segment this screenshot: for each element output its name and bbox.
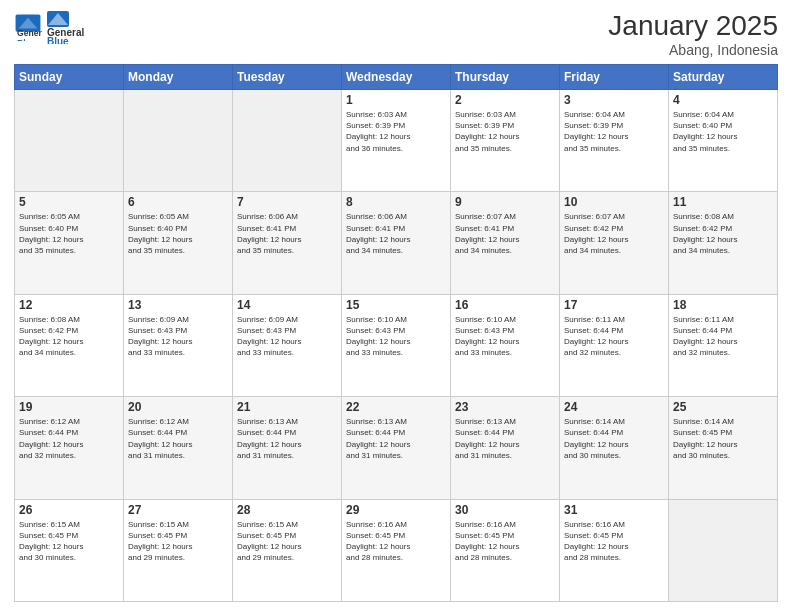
weekday-header-monday: Monday [124,65,233,90]
day-cell: 7Sunrise: 6:06 AM Sunset: 6:41 PM Daylig… [233,192,342,294]
weekday-header-saturday: Saturday [669,65,778,90]
day-cell: 3Sunrise: 6:04 AM Sunset: 6:39 PM Daylig… [560,90,669,192]
day-number: 20 [128,400,228,414]
svg-text:General: General [17,28,42,38]
svg-text:Blue: Blue [17,38,36,41]
day-cell: 8Sunrise: 6:06 AM Sunset: 6:41 PM Daylig… [342,192,451,294]
day-info: Sunrise: 6:13 AM Sunset: 6:44 PM Dayligh… [346,416,446,461]
day-info: Sunrise: 6:15 AM Sunset: 6:45 PM Dayligh… [128,519,228,564]
day-info: Sunrise: 6:06 AM Sunset: 6:41 PM Dayligh… [237,211,337,256]
day-cell: 19Sunrise: 6:12 AM Sunset: 6:44 PM Dayli… [15,397,124,499]
day-cell: 6Sunrise: 6:05 AM Sunset: 6:40 PM Daylig… [124,192,233,294]
day-cell: 15Sunrise: 6:10 AM Sunset: 6:43 PM Dayli… [342,294,451,396]
day-cell: 14Sunrise: 6:09 AM Sunset: 6:43 PM Dayli… [233,294,342,396]
day-number: 26 [19,503,119,517]
month-title: January 2025 [608,10,778,42]
day-number: 14 [237,298,337,312]
day-cell: 21Sunrise: 6:13 AM Sunset: 6:44 PM Dayli… [233,397,342,499]
day-number: 12 [19,298,119,312]
day-number: 28 [237,503,337,517]
day-cell: 12Sunrise: 6:08 AM Sunset: 6:42 PM Dayli… [15,294,124,396]
day-info: Sunrise: 6:12 AM Sunset: 6:44 PM Dayligh… [128,416,228,461]
weekday-header-thursday: Thursday [451,65,560,90]
day-cell: 13Sunrise: 6:09 AM Sunset: 6:43 PM Dayli… [124,294,233,396]
day-number: 16 [455,298,555,312]
day-cell: 20Sunrise: 6:12 AM Sunset: 6:44 PM Dayli… [124,397,233,499]
day-info: Sunrise: 6:10 AM Sunset: 6:43 PM Dayligh… [346,314,446,359]
day-number: 19 [19,400,119,414]
day-number: 8 [346,195,446,209]
day-info: Sunrise: 6:04 AM Sunset: 6:39 PM Dayligh… [564,109,664,154]
day-info: Sunrise: 6:03 AM Sunset: 6:39 PM Dayligh… [455,109,555,154]
svg-text:Blue: Blue [47,36,69,44]
day-number: 15 [346,298,446,312]
day-number: 29 [346,503,446,517]
week-row-1: 1Sunrise: 6:03 AM Sunset: 6:39 PM Daylig… [15,90,778,192]
day-info: Sunrise: 6:16 AM Sunset: 6:45 PM Dayligh… [564,519,664,564]
logo-icon: General Blue [14,13,42,41]
day-cell: 28Sunrise: 6:15 AM Sunset: 6:45 PM Dayli… [233,499,342,601]
day-info: Sunrise: 6:11 AM Sunset: 6:44 PM Dayligh… [673,314,773,359]
day-info: Sunrise: 6:09 AM Sunset: 6:43 PM Dayligh… [128,314,228,359]
week-row-5: 26Sunrise: 6:15 AM Sunset: 6:45 PM Dayli… [15,499,778,601]
day-cell: 29Sunrise: 6:16 AM Sunset: 6:45 PM Dayli… [342,499,451,601]
day-cell: 4Sunrise: 6:04 AM Sunset: 6:40 PM Daylig… [669,90,778,192]
day-cell: 31Sunrise: 6:16 AM Sunset: 6:45 PM Dayli… [560,499,669,601]
day-info: Sunrise: 6:07 AM Sunset: 6:41 PM Dayligh… [455,211,555,256]
day-info: Sunrise: 6:03 AM Sunset: 6:39 PM Dayligh… [346,109,446,154]
day-cell: 17Sunrise: 6:11 AM Sunset: 6:44 PM Dayli… [560,294,669,396]
day-info: Sunrise: 6:15 AM Sunset: 6:45 PM Dayligh… [237,519,337,564]
week-row-2: 5Sunrise: 6:05 AM Sunset: 6:40 PM Daylig… [15,192,778,294]
day-number: 24 [564,400,664,414]
day-cell [233,90,342,192]
day-number: 21 [237,400,337,414]
day-number: 11 [673,195,773,209]
day-number: 10 [564,195,664,209]
day-cell: 30Sunrise: 6:16 AM Sunset: 6:45 PM Dayli… [451,499,560,601]
weekday-header-row: SundayMondayTuesdayWednesdayThursdayFrid… [15,65,778,90]
day-info: Sunrise: 6:12 AM Sunset: 6:44 PM Dayligh… [19,416,119,461]
day-info: Sunrise: 6:14 AM Sunset: 6:44 PM Dayligh… [564,416,664,461]
day-number: 7 [237,195,337,209]
logo: General Blue General Blue [14,10,86,44]
calendar-page: General Blue General Blue January 2025 A… [0,0,792,612]
day-cell: 27Sunrise: 6:15 AM Sunset: 6:45 PM Dayli… [124,499,233,601]
day-number: 3 [564,93,664,107]
day-number: 4 [673,93,773,107]
day-number: 22 [346,400,446,414]
header: General Blue General Blue January 2025 A… [14,10,778,58]
day-cell [669,499,778,601]
day-cell: 10Sunrise: 6:07 AM Sunset: 6:42 PM Dayli… [560,192,669,294]
day-number: 31 [564,503,664,517]
day-cell: 18Sunrise: 6:11 AM Sunset: 6:44 PM Dayli… [669,294,778,396]
day-cell: 26Sunrise: 6:15 AM Sunset: 6:45 PM Dayli… [15,499,124,601]
weekday-header-tuesday: Tuesday [233,65,342,90]
day-number: 13 [128,298,228,312]
day-cell: 11Sunrise: 6:08 AM Sunset: 6:42 PM Dayli… [669,192,778,294]
day-number: 9 [455,195,555,209]
day-cell: 5Sunrise: 6:05 AM Sunset: 6:40 PM Daylig… [15,192,124,294]
day-number: 27 [128,503,228,517]
generalblue-logo-svg: General Blue [46,10,86,44]
calendar-table: SundayMondayTuesdayWednesdayThursdayFrid… [14,64,778,602]
day-cell [124,90,233,192]
day-cell: 16Sunrise: 6:10 AM Sunset: 6:43 PM Dayli… [451,294,560,396]
location: Abang, Indonesia [608,42,778,58]
day-info: Sunrise: 6:05 AM Sunset: 6:40 PM Dayligh… [19,211,119,256]
day-cell [15,90,124,192]
day-cell: 23Sunrise: 6:13 AM Sunset: 6:44 PM Dayli… [451,397,560,499]
title-block: January 2025 Abang, Indonesia [608,10,778,58]
day-number: 23 [455,400,555,414]
weekday-header-friday: Friday [560,65,669,90]
weekday-header-sunday: Sunday [15,65,124,90]
day-cell: 9Sunrise: 6:07 AM Sunset: 6:41 PM Daylig… [451,192,560,294]
day-info: Sunrise: 6:09 AM Sunset: 6:43 PM Dayligh… [237,314,337,359]
weekday-header-wednesday: Wednesday [342,65,451,90]
day-number: 30 [455,503,555,517]
day-number: 2 [455,93,555,107]
day-number: 1 [346,93,446,107]
day-cell: 25Sunrise: 6:14 AM Sunset: 6:45 PM Dayli… [669,397,778,499]
week-row-3: 12Sunrise: 6:08 AM Sunset: 6:42 PM Dayli… [15,294,778,396]
week-row-4: 19Sunrise: 6:12 AM Sunset: 6:44 PM Dayli… [15,397,778,499]
day-info: Sunrise: 6:06 AM Sunset: 6:41 PM Dayligh… [346,211,446,256]
